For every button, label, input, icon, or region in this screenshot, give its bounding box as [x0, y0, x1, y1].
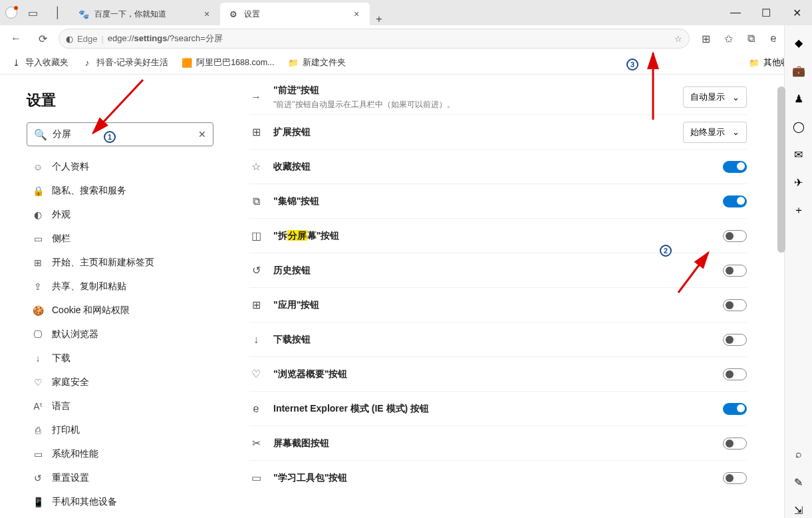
nav-item-label: 共享、复制和粘贴	[52, 281, 126, 293]
toggle[interactable]	[723, 368, 747, 380]
new-tab-button[interactable]: +	[370, 13, 388, 25]
ie-mode-icon[interactable]: e	[763, 28, 784, 49]
address-bar[interactable]: ◐ Edge | edge://settings/?search=分屏 ☆	[59, 29, 690, 49]
dropdown[interactable]: 始终显示⌄	[683, 122, 747, 143]
vertical-tabs-icon[interactable]: │	[48, 7, 68, 19]
settings-nav-item[interactable]: ⎙打印机	[27, 419, 213, 442]
sidebar-app-icon[interactable]: 💼	[791, 63, 807, 78]
row-title: Internet Explorer 模式 (IE 模式) 按钮	[273, 403, 723, 415]
row-body: Internet Explorer 模式 (IE 模式) 按钮	[273, 403, 723, 415]
settings-nav-item[interactable]: ☺个人资料	[27, 156, 213, 178]
row-title: "前进"按钮	[273, 84, 683, 96]
minimize-button[interactable]: —	[720, 0, 751, 25]
row-icon: ⊞	[249, 126, 263, 138]
setting-row: e Internet Explorer 模式 (IE 模式) 按钮	[249, 391, 747, 426]
tab-title: 设置	[244, 9, 346, 20]
toggle[interactable]	[723, 299, 747, 311]
bookmark-item[interactable]: 🟧阿里巴巴1688.com...	[176, 55, 279, 71]
clear-icon[interactable]: ✕	[198, 129, 206, 140]
sidebar-app-icon[interactable]: ⇲	[791, 502, 807, 518]
row-title: "学习工具包"按钮	[273, 472, 723, 484]
toggle[interactable]	[723, 195, 747, 207]
settings-sidebar: 设置 🔍 ✕ ☺个人资料🔒隐私、搜索和服务◐外观▭侧栏⊞开始、主页和新建标签页⇪…	[0, 74, 229, 518]
row-icon: e	[249, 403, 263, 415]
settings-nav-item[interactable]: 🖵默认浏览器	[27, 323, 213, 346]
nav-item-label: 外观	[52, 209, 70, 221]
settings-nav-item[interactable]: 🔒隐私、搜索和服务	[27, 180, 213, 202]
profile-indicator-icon[interactable]	[5, 7, 17, 19]
nav-item-icon: Aᵗ	[32, 401, 44, 412]
gear-icon: ⚙	[228, 9, 239, 19]
back-button[interactable]: ←	[5, 28, 27, 49]
close-icon[interactable]: ×	[202, 9, 212, 19]
settings-nav-item[interactable]: ↓下载	[27, 347, 213, 370]
tab-settings[interactable]: ⚙ 设置 ×	[220, 3, 370, 25]
nav-item-label: 开始、主页和新建标签页	[52, 257, 154, 269]
settings-nav-item[interactable]: ⊞开始、主页和新建标签页	[27, 251, 213, 274]
settings-nav-item[interactable]: ▭侧栏	[27, 227, 213, 250]
refresh-button[interactable]: ⟳	[32, 28, 53, 49]
settings-nav-item[interactable]: ▭系统和性能	[27, 443, 213, 465]
collections-icon[interactable]: ⧉	[740, 28, 761, 49]
settings-nav-item[interactable]: ☆辅助功能	[27, 515, 213, 518]
settings-nav-item[interactable]: ♡家庭安全	[27, 371, 213, 394]
nav-item-label: Cookie 和网站权限	[52, 305, 130, 317]
bookmark-item[interactable]: 📁新建文件夹	[283, 55, 351, 71]
bookmark-item[interactable]: ⤓导入收藏夹	[5, 55, 74, 71]
tab-actions-icon[interactable]: ▭	[23, 7, 43, 19]
toggle[interactable]	[723, 161, 747, 173]
tabstrip: 🐾 百度一下，你就知道 × ⚙ 设置 × +	[70, 0, 388, 25]
settings-nav-item[interactable]: 🍪Cookie 和网站权限	[27, 299, 213, 322]
dropdown[interactable]: 自动显示⌄	[683, 86, 747, 108]
nav-item-label: 手机和其他设备	[52, 496, 117, 508]
favorites-icon[interactable]: ✩	[718, 28, 739, 49]
toggle[interactable]	[723, 438, 747, 450]
nav-item-icon: ▭	[32, 449, 44, 459]
toggle[interactable]	[723, 334, 747, 346]
dropdown-value: 始终显示	[690, 126, 725, 138]
maximize-button[interactable]: ☐	[751, 0, 781, 25]
setting-row: ✂ 屏幕截图按钮	[249, 426, 747, 460]
sidebar-app-icon[interactable]: ＋	[791, 202, 807, 218]
navigation-bar: ← ⟳ ◐ Edge | edge://settings/?search=分屏 …	[0, 25, 812, 52]
settings-nav-item[interactable]: ◐外观	[27, 203, 213, 226]
nav-item-icon: ↺	[32, 473, 44, 483]
row-body: 收藏按钮	[273, 161, 723, 173]
settings-nav-item[interactable]: 📱手机和其他设备	[27, 491, 213, 513]
row-icon: ☆	[249, 160, 263, 173]
search-input[interactable]	[53, 129, 193, 140]
close-window-button[interactable]: ✕	[781, 0, 812, 25]
settings-main: → "前进"按钮 "前进"按钮自动显示在工具栏中（如果可以前进）。 自动显示⌄⊞…	[229, 74, 784, 518]
settings-nav-item[interactable]: Aᵗ语言	[27, 395, 213, 418]
toggle[interactable]	[723, 265, 747, 277]
row-body: 历史按钮	[273, 265, 723, 277]
toggle[interactable]	[723, 403, 747, 415]
settings-title: 设置	[27, 90, 213, 110]
sidebar-app-icon[interactable]: ⌕	[791, 446, 807, 462]
bookmark-label: 阿里巴巴1688.com...	[196, 57, 274, 68]
setting-row: ♡ "浏览器概要"按钮	[249, 356, 747, 391]
sidebar-app-icon[interactable]: ♟	[791, 90, 807, 106]
close-icon[interactable]: ×	[351, 9, 362, 19]
sidebar-app-icon[interactable]: ✈	[791, 174, 807, 190]
settings-nav-item[interactable]: ↺重置设置	[27, 467, 213, 489]
setting-row: ◫ "拆分屏幕"按钮	[249, 218, 747, 253]
row-icon: ⊞	[249, 299, 263, 311]
sidebar-app-icon[interactable]: ✉	[791, 146, 807, 162]
nav-item-icon: 🍪	[32, 305, 44, 316]
toggle[interactable]	[723, 472, 747, 484]
settings-nav-item[interactable]: ⇪共享、复制和粘贴	[27, 275, 213, 298]
settings-search[interactable]: 🔍 ✕	[27, 122, 213, 146]
nav-item-icon: ⊞	[32, 257, 44, 268]
bookmark-item[interactable]: ♪抖音-记录美好生活	[76, 55, 174, 71]
nav-item-icon: ◐	[32, 209, 44, 220]
sidebar-app-icon[interactable]: ✎	[791, 474, 807, 490]
nav-item-label: 个人资料	[52, 161, 89, 173]
tab-baidu[interactable]: 🐾 百度一下，你就知道 ×	[70, 3, 220, 25]
sidebar-app-icon[interactable]: ◆	[791, 35, 807, 51]
scrollbar[interactable]	[777, 86, 785, 253]
sidebar-app-icon[interactable]: ◯	[791, 118, 807, 134]
toggle[interactable]	[723, 230, 747, 242]
star-icon[interactable]: ☆	[674, 34, 682, 44]
extensions-icon[interactable]: ⊞	[695, 28, 716, 49]
